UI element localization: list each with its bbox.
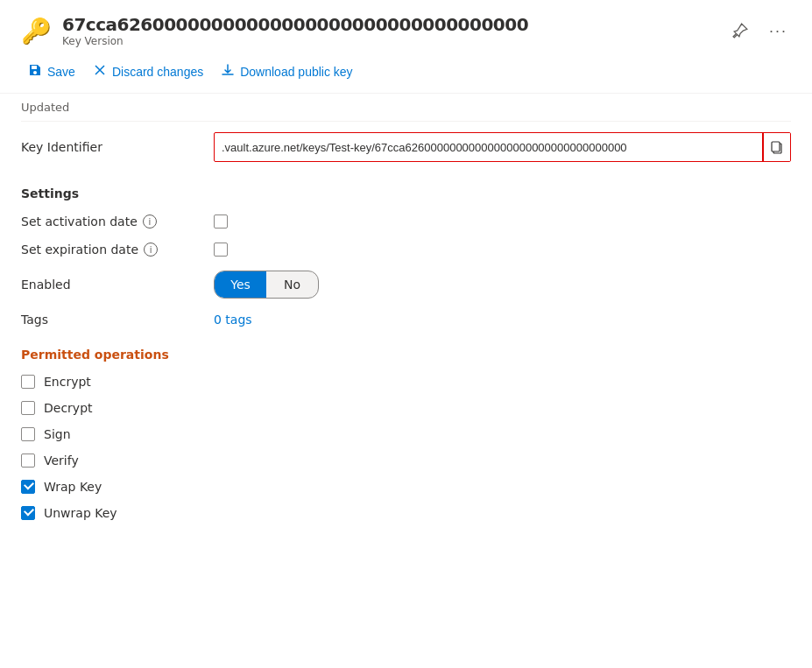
perm-op-encrypt-row: Encrypt — [21, 369, 791, 395]
page-title: 67cca62600000000000000000000000000000000 — [62, 14, 718, 35]
permitted-operations-header: Permitted operations — [21, 334, 791, 369]
key-icon: 🔑 — [21, 17, 52, 46]
expiration-date-text: Set expiration date — [21, 243, 138, 257]
tags-text: Tags — [21, 313, 48, 327]
perm-op-sign-row: Sign — [21, 421, 791, 447]
more-options-button[interactable]: ··· — [766, 18, 791, 44]
page-subtitle: Key Version — [62, 35, 718, 47]
perm-op-wrap_key-checkbox[interactable] — [21, 480, 35, 494]
key-identifier-input[interactable] — [215, 136, 762, 159]
save-label: Save — [47, 65, 75, 79]
activation-date-label: Set activation date i — [21, 214, 214, 229]
tags-label: Tags — [21, 313, 214, 327]
expiration-date-checkbox[interactable] — [214, 243, 228, 257]
perm-op-unwrap_key-label: Unwrap Key — [44, 506, 117, 520]
perm-op-wrap_key-label: Wrap Key — [44, 480, 102, 494]
page-header: 🔑 67cca626000000000000000000000000000000… — [0, 0, 812, 51]
copy-icon — [770, 140, 784, 154]
permitted-operations-list: EncryptDecryptSignVerifyWrap KeyUnwrap K… — [21, 369, 791, 526]
header-actions: ··· — [729, 18, 791, 44]
enabled-label: Enabled — [21, 278, 214, 292]
toggle-yes-option[interactable]: Yes — [215, 271, 266, 298]
updated-row: Updated — [21, 94, 791, 122]
perm-op-sign-checkbox[interactable] — [21, 427, 35, 441]
perm-op-unwrap_key-checkbox[interactable] — [21, 506, 35, 520]
key-identifier-label: Key Identifier — [21, 140, 214, 154]
discard-button[interactable]: Discard changes — [86, 58, 210, 86]
copy-key-id-button[interactable] — [762, 133, 790, 161]
perm-op-unwrap_key-row: Unwrap Key — [21, 500, 791, 526]
discard-icon — [93, 63, 107, 81]
perm-op-decrypt-label: Decrypt — [44, 401, 93, 415]
updated-label: Updated — [21, 101, 69, 114]
activation-date-text: Set activation date — [21, 214, 138, 229]
enabled-text: Enabled — [21, 278, 71, 292]
expiration-date-info-icon[interactable]: i — [144, 243, 158, 257]
enabled-toggle-container: Yes No — [214, 271, 319, 299]
key-identifier-wrapper — [214, 132, 791, 162]
key-identifier-row: Key Identifier — [21, 122, 791, 172]
download-icon — [221, 63, 235, 81]
perm-op-decrypt-row: Decrypt — [21, 395, 791, 421]
content-area: Updated Key Identifier Settings Set acti… — [0, 94, 812, 526]
svg-rect-1 — [772, 142, 780, 151]
download-button[interactable]: Download public key — [214, 58, 359, 86]
perm-op-verify-checkbox[interactable] — [21, 454, 35, 468]
perm-op-encrypt-label: Encrypt — [44, 375, 91, 389]
enabled-row: Enabled Yes No — [21, 264, 791, 306]
tags-row: Tags 0 tags — [21, 306, 791, 334]
activation-date-checkbox[interactable] — [214, 214, 228, 229]
activation-date-info-icon[interactable]: i — [143, 214, 157, 229]
perm-op-verify-row: Verify — [21, 447, 791, 474]
settings-header: Settings — [21, 172, 791, 207]
expiration-date-label: Set expiration date i — [21, 243, 214, 257]
toolbar: Save Discard changes Download public key — [0, 51, 812, 94]
enabled-toggle[interactable]: Yes No — [214, 271, 319, 299]
expiration-date-row: Set expiration date i — [21, 236, 791, 264]
perm-op-encrypt-checkbox[interactable] — [21, 375, 35, 389]
perm-op-sign-label: Sign — [44, 427, 71, 441]
perm-op-verify-label: Verify — [44, 454, 79, 468]
save-button[interactable]: Save — [21, 58, 82, 86]
tags-link[interactable]: 0 tags — [214, 313, 252, 327]
save-icon — [28, 63, 42, 81]
discard-label: Discard changes — [112, 65, 203, 79]
perm-op-decrypt-checkbox[interactable] — [21, 401, 35, 415]
perm-op-wrap_key-row: Wrap Key — [21, 474, 791, 500]
header-text: 67cca62600000000000000000000000000000000… — [62, 14, 718, 47]
download-label: Download public key — [240, 65, 352, 79]
toggle-no-option[interactable]: No — [266, 271, 318, 298]
pin-button[interactable] — [729, 19, 752, 42]
activation-date-row: Set activation date i — [21, 207, 791, 236]
